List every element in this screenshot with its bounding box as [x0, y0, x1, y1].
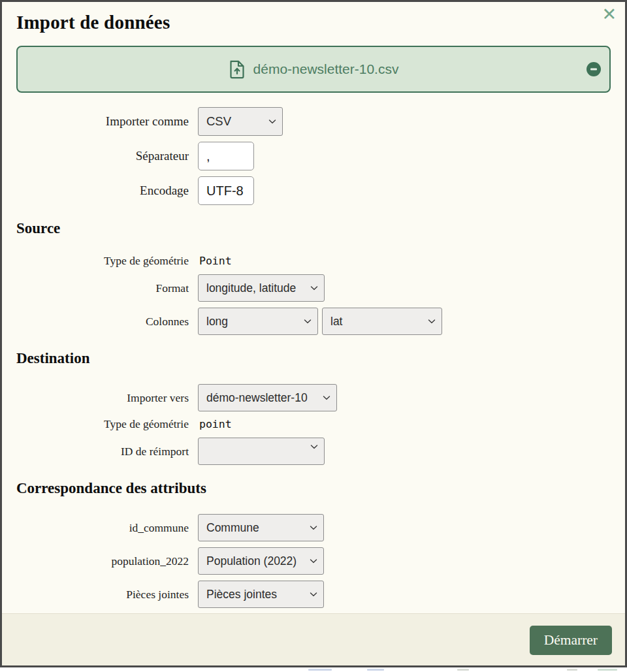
- latitude-column-value: lat: [323, 315, 362, 328]
- chevron-down-icon: [310, 285, 318, 291]
- uploaded-file-chip[interactable]: démo-newsletter-10.csv: [16, 46, 611, 93]
- import-to-label: Importer vers: [16, 391, 198, 405]
- attribute-value: Commune: [199, 521, 279, 535]
- chevron-down-icon: [310, 525, 317, 530]
- file-upload-icon: [229, 59, 246, 79]
- attribute-value: Population (2022): [199, 554, 316, 568]
- format-select[interactable]: longitude, latitude: [198, 274, 325, 302]
- destination-geometry-value: point: [198, 418, 232, 430]
- source-geometry-row: Type de géométrie Point: [16, 254, 611, 268]
- attribute-row: Pièces jointes Pièces jointes: [16, 581, 611, 608]
- reimport-id-label: ID de réimport: [16, 445, 198, 458]
- attribute-label: id_commune: [16, 521, 198, 535]
- source-geometry-value: Point: [198, 255, 232, 267]
- separator-input[interactable]: [198, 142, 254, 170]
- chevron-down-icon: [310, 444, 318, 449]
- encoding-input[interactable]: [198, 176, 254, 205]
- import-to-row: Importer vers démo-newsletter-10: [16, 384, 611, 411]
- destination-geometry-label: Type de géométrie: [16, 417, 198, 431]
- attribute-mapping-heading: Correspondance des attributs: [16, 481, 611, 496]
- source-geometry-label: Type de géométrie: [16, 254, 198, 268]
- reimport-id-row: ID de réimport: [16, 438, 611, 465]
- import-to-select[interactable]: démo-newsletter-10: [198, 384, 337, 411]
- import-as-label: Importer comme: [16, 114, 198, 129]
- format-row: Format longitude, latitude: [16, 274, 611, 302]
- chevron-down-icon: [268, 119, 276, 124]
- separator-label: Séparateur: [16, 149, 198, 163]
- page-title: Import de données: [16, 12, 611, 33]
- attribute-value: Pièces jointes: [199, 588, 297, 601]
- attribute-select-id-commune[interactable]: Commune: [198, 514, 324, 541]
- longitude-column-select[interactable]: long: [198, 308, 318, 335]
- chevron-down-icon: [310, 592, 317, 597]
- destination-heading: Destination: [16, 351, 611, 366]
- chevron-down-icon: [323, 395, 330, 400]
- dialog-footer: Démarrer: [2, 613, 625, 665]
- chevron-down-icon: [428, 319, 436, 324]
- file-name: démo-newsletter-10.csv: [253, 61, 399, 77]
- destination-geometry-row: Type de géométrie point: [16, 417, 611, 431]
- attribute-select-population-2022[interactable]: Population (2022): [198, 547, 324, 575]
- encoding-label: Encodage: [16, 184, 198, 198]
- format-label: Format: [16, 281, 198, 295]
- attribute-row: population_2022 Population (2022): [16, 547, 611, 575]
- longitude-column-value: long: [199, 315, 248, 328]
- chevron-down-icon: [304, 319, 312, 324]
- latitude-column-select[interactable]: lat: [322, 308, 442, 335]
- separator-row: Séparateur: [16, 142, 611, 170]
- chevron-down-icon: [310, 558, 317, 564]
- columns-label: Colonnes: [16, 315, 198, 328]
- attribute-select-pieces-jointes[interactable]: Pièces jointes: [198, 581, 324, 608]
- start-import-button[interactable]: Démarrer: [530, 626, 612, 655]
- import-as-value: CSV: [199, 114, 251, 129]
- import-as-row: Importer comme CSV: [16, 107, 611, 136]
- import-dialog: ✕ Import de données démo-newsletter-10.c…: [0, 0, 627, 667]
- reimport-id-select[interactable]: [198, 438, 325, 465]
- import-options: Importer comme CSV Séparateur Encodage: [16, 107, 611, 205]
- attribute-row: id_commune Commune: [16, 514, 611, 541]
- columns-row: Colonnes long lat: [16, 308, 611, 335]
- close-icon[interactable]: ✕: [602, 6, 617, 24]
- attribute-label: population_2022: [16, 554, 198, 568]
- source-heading: Source: [16, 221, 611, 236]
- import-to-value: démo-newsletter-10: [199, 391, 327, 405]
- encoding-row: Encodage: [16, 176, 611, 205]
- import-as-select[interactable]: CSV: [198, 107, 283, 136]
- remove-file-icon[interactable]: [587, 62, 601, 76]
- page-behind-dialog: [0, 667, 627, 672]
- attribute-label: Pièces jointes: [16, 588, 198, 601]
- format-value: longitude, latitude: [199, 281, 315, 295]
